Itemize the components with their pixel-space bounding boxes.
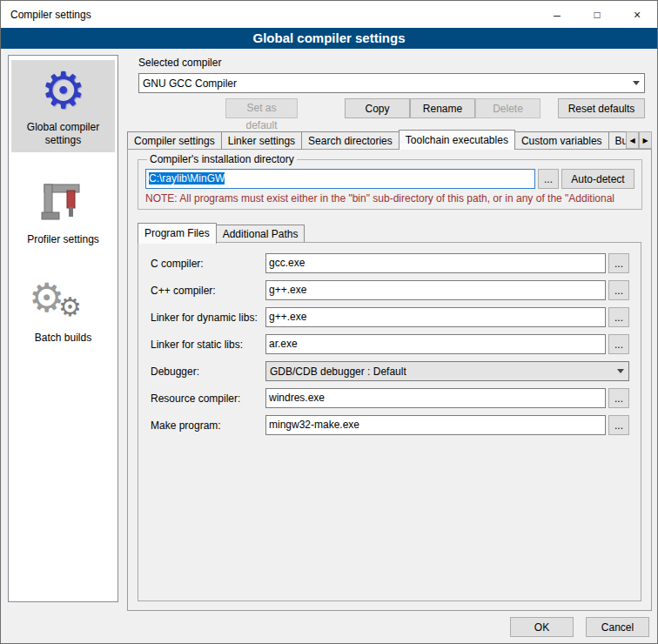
ok-button[interactable]: OK: [510, 617, 574, 637]
program-files-tabstrip: Program Files Additional Paths: [138, 223, 304, 243]
field-row-make-program: Make program: mingw32-make.exe ...: [151, 415, 629, 435]
settings-tabstrip: Compiler settings Linker settings Search…: [127, 129, 652, 150]
field-row-cpp-compiler: C++ compiler: g++.exe ...: [151, 280, 629, 300]
group-title: Compiler's installation directory: [147, 153, 297, 165]
make-program-input[interactable]: mingw32-make.exe: [265, 415, 606, 435]
program-files-panel: C compiler: gcc.exe ... C++ compiler: g+…: [138, 242, 641, 601]
sidebar-item-batch-builds[interactable]: ⚙ ⚙ Batch builds: [11, 271, 115, 350]
tab-linker-settings[interactable]: Linker settings: [221, 131, 302, 150]
field-row-resource-compiler: Resource compiler: windres.exe ...: [151, 388, 629, 408]
tab-toolchain-executables[interactable]: Toolchain executables: [399, 130, 515, 150]
browse-button[interactable]: ...: [608, 334, 629, 354]
field-row-c-compiler: C compiler: gcc.exe ...: [151, 253, 629, 273]
browse-button[interactable]: ...: [608, 253, 629, 273]
cpp-compiler-input[interactable]: g++.exe: [265, 280, 606, 300]
compiler-settings-dialog: Compiler settings – □ × Global compiler …: [0, 0, 658, 644]
browse-dir-button[interactable]: ...: [538, 169, 559, 189]
linker-static-input[interactable]: ar.exe: [265, 334, 606, 354]
title-bar: Compiler settings – □ ×: [1, 1, 657, 28]
maximize-button[interactable]: □: [577, 1, 617, 28]
field-row-linker-dynamic: Linker for dynamic libs: g++.exe ...: [151, 307, 629, 327]
selected-compiler-label: Selected compiler: [138, 57, 221, 69]
c-compiler-input[interactable]: gcc.exe: [265, 253, 606, 273]
sidebar-item-label: Global compiler settings: [13, 121, 113, 147]
linker-dynamic-input[interactable]: g++.exe: [265, 307, 606, 327]
installation-directory-group: Compiler's installation directory C:\ray…: [138, 153, 642, 210]
tab-custom-variables[interactable]: Custom variables: [514, 131, 609, 150]
rename-button[interactable]: Rename: [410, 98, 475, 118]
profiler-icon: [13, 174, 113, 231]
toolchain-executables-panel: Compiler's installation directory C:\ray…: [127, 149, 652, 611]
sidebar-item-label: Batch builds: [13, 332, 113, 345]
tab-search-directories[interactable]: Search directories: [301, 131, 400, 150]
set-as-default-button[interactable]: Set as default: [225, 98, 298, 118]
field-label: Debugger:: [151, 366, 265, 378]
delete-button[interactable]: Delete: [475, 98, 540, 118]
minimize-button[interactable]: –: [537, 1, 577, 28]
installation-dir-input[interactable]: C:\raylib\MinGW: [145, 169, 535, 189]
tab-additional-paths[interactable]: Additional Paths: [216, 225, 306, 243]
browse-button[interactable]: ...: [608, 388, 629, 408]
sidebar-item-global-compiler-settings[interactable]: ⚙ Global compiler settings: [11, 60, 115, 152]
auto-detect-button[interactable]: Auto-detect: [561, 169, 634, 189]
tab-compiler-settings[interactable]: Compiler settings: [127, 131, 222, 150]
selected-compiler-select[interactable]: GNU GCC Compiler: [138, 73, 645, 93]
page-title: Global compiler settings: [1, 28, 657, 49]
cancel-button[interactable]: Cancel: [586, 617, 649, 637]
browse-button[interactable]: ...: [608, 415, 629, 435]
field-label: Linker for static libs:: [151, 339, 265, 351]
field-label: Linker for dynamic libs:: [151, 312, 265, 324]
browse-button[interactable]: ...: [608, 307, 629, 327]
browse-button[interactable]: ...: [608, 280, 629, 300]
resource-compiler-input[interactable]: windres.exe: [265, 388, 606, 408]
close-button[interactable]: ×: [617, 1, 657, 28]
window-title: Compiler settings: [1, 9, 537, 21]
sidebar-item-profiler-settings[interactable]: Profiler settings: [11, 171, 115, 252]
chevron-down-icon: [628, 81, 644, 85]
debugger-select[interactable]: GDB/CDB debugger : Default: [265, 361, 629, 381]
field-label: Resource compiler:: [151, 392, 265, 405]
field-row-linker-static: Linker for static libs: ar.exe ...: [151, 334, 629, 354]
tab-program-files[interactable]: Program Files: [138, 223, 217, 244]
tab-scroll-right-icon[interactable]: ▶: [639, 131, 652, 149]
field-label: Make program:: [151, 419, 265, 432]
settings-sidebar: ⚙ Global compiler settings Profiler sett…: [8, 55, 118, 602]
tab-scroll-left-icon[interactable]: ◀: [626, 131, 639, 149]
install-dir-note: NOTE: All programs must exist either in …: [145, 192, 634, 205]
gear-icon: ⚙: [13, 63, 113, 118]
reset-defaults-button[interactable]: Reset defaults: [558, 98, 645, 118]
field-row-debugger: Debugger: GDB/CDB debugger : Default: [151, 361, 629, 381]
copy-button[interactable]: Copy: [345, 98, 410, 118]
sidebar-item-label: Profiler settings: [13, 233, 113, 246]
field-label: C++ compiler:: [151, 285, 265, 297]
chevron-down-icon: [613, 369, 628, 373]
batch-builds-icon: ⚙ ⚙: [13, 273, 113, 329]
field-label: C compiler:: [151, 258, 265, 270]
